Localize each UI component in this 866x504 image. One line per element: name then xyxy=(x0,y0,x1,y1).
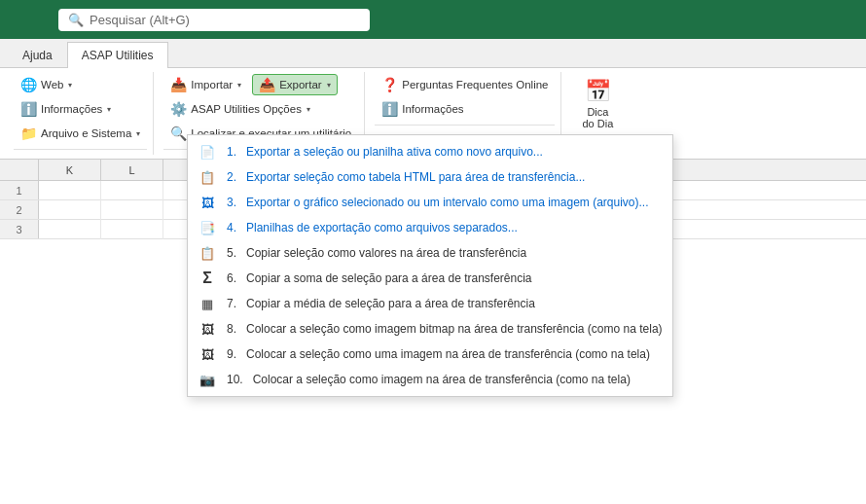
cell-k1[interactable] xyxy=(39,181,101,200)
row-num-header xyxy=(0,160,39,180)
item8-icon: 🖼 xyxy=(198,321,217,337)
arquivo-icon: 📁 xyxy=(20,126,37,141)
search-icon: 🔍 xyxy=(68,13,84,27)
item9-number: 9. xyxy=(227,347,236,361)
informacoes-label: Informações xyxy=(41,103,102,115)
item6-number: 6. xyxy=(227,271,236,285)
informacoes-button[interactable]: ℹ️ Informações ▾ xyxy=(14,98,118,120)
row-number: 1 xyxy=(0,181,39,199)
item5-number: 5. xyxy=(227,246,236,260)
top-bar: 🔍 Pesquisar (Alt+G) xyxy=(0,0,866,39)
arquivo-caret: ▾ xyxy=(136,129,140,138)
arquivo-label: Arquivo e Sistema xyxy=(41,127,131,139)
tab-ajuda[interactable]: Ajuda xyxy=(8,42,67,68)
asap-opcoes-caret: ▾ xyxy=(307,105,310,114)
cell-l1[interactable] xyxy=(101,181,163,200)
dropdown-item-10[interactable]: 📷 10. Colocar a seleção como imagem na á… xyxy=(188,367,672,392)
item4-label: Planilhas de exportação como arquivos se… xyxy=(246,221,518,234)
asap-opcoes-label: ASAP Utilities Opções xyxy=(191,103,302,115)
item2-label: Exportar seleção como tabela HTML para á… xyxy=(246,170,585,184)
informacoes2-icon: ℹ️ xyxy=(381,101,398,117)
asap-opcoes-button[interactable]: ⚙️ ASAP Utilities Opções ▾ xyxy=(163,98,317,120)
dropdown-item-4[interactable]: 📑 4. Planilhas de exportação como arquiv… xyxy=(188,215,672,240)
dropdown-item-5[interactable]: 📋 5. Copiar seleção como valores na área… xyxy=(188,240,672,266)
item9-label: Colocar a seleção como uma imagem na áre… xyxy=(246,347,650,361)
item6-label: Copiar a soma de seleção para a área de … xyxy=(246,271,532,285)
dropdown-item-7[interactable]: ▦ 7. Copiar a média de seleção para a ár… xyxy=(188,291,672,316)
row-number: 3 xyxy=(0,220,39,238)
dica-line2: do Dia xyxy=(582,118,613,129)
item5-icon: 📋 xyxy=(198,245,217,261)
cell-l2[interactable] xyxy=(101,200,163,220)
ribbon-group-web: 🌐 Web ▾ ℹ️ Informações ▾ 📁 Arquivo e Sis… xyxy=(8,72,154,155)
item3-icon: 🖼 xyxy=(198,195,217,210)
web-icon: 🌐 xyxy=(20,77,37,92)
dropdown-item-3[interactable]: 🖼 3. Exportar o gráfico selecionado ou u… xyxy=(188,190,672,215)
dropdown-item-8[interactable]: 🖼 8. Colocar a seleção como imagem bitma… xyxy=(188,316,672,342)
item7-label: Copiar a média de seleção para a área de… xyxy=(246,297,535,310)
tab-asap[interactable]: ASAP Utilities xyxy=(67,42,168,68)
dropdown-item-1[interactable]: 📄 1. Exportar a seleção ou planilha ativ… xyxy=(188,139,672,164)
informacoes2-label: Informações xyxy=(402,103,463,115)
exportar-label: Exportar xyxy=(279,79,321,90)
item7-icon: ▦ xyxy=(198,296,217,311)
dica-line1: Dica xyxy=(587,106,608,118)
col-header-k: K xyxy=(39,160,101,181)
item3-number: 3. xyxy=(227,196,236,209)
web-label: Web xyxy=(41,79,63,90)
dropdown-item-6[interactable]: Σ 6. Copiar a soma de seleção para a áre… xyxy=(188,266,672,291)
web-group-label xyxy=(14,149,147,152)
tab-bar: Ajuda ASAP Utilities xyxy=(0,39,866,68)
item7-number: 7. xyxy=(227,297,236,310)
item4-number: 4. xyxy=(227,221,236,234)
importar-button[interactable]: 📥 Importar ▾ xyxy=(163,74,248,95)
item6-icon: Σ xyxy=(198,270,217,286)
item10-icon: 📷 xyxy=(198,372,217,387)
importar-icon: 📥 xyxy=(170,77,187,92)
item8-label: Colocar a seleção como imagem bitmap na … xyxy=(246,322,663,336)
item8-number: 8. xyxy=(227,322,236,336)
perguntas-icon: ❓ xyxy=(381,77,398,92)
help-group-label xyxy=(375,125,555,127)
search-box[interactable]: 🔍 Pesquisar (Alt+G) xyxy=(58,9,370,31)
item1-icon: 📄 xyxy=(198,144,217,160)
importar-caret: ▾ xyxy=(237,81,241,90)
item10-number: 10. xyxy=(227,373,243,386)
dica-icon: 📅 xyxy=(585,79,611,104)
web-button[interactable]: 🌐 Web ▾ xyxy=(14,74,79,95)
item3-label: Exportar o gráfico selecionado ou um int… xyxy=(246,196,649,209)
informacoes2-button[interactable]: ℹ️ Informações xyxy=(375,98,470,120)
dropdown-item-2[interactable]: 📋 2. Exportar seleção como tabela HTML p… xyxy=(188,164,672,190)
web-caret: ▾ xyxy=(68,81,72,90)
item4-icon: 📑 xyxy=(198,220,217,235)
perguntas-button[interactable]: ❓ Perguntas Frequentes Online xyxy=(375,74,555,95)
item10-label: Colocar a seleção como imagem na área de… xyxy=(253,373,631,386)
exportar-button[interactable]: 📤 Exportar ▾ xyxy=(252,74,337,95)
row-number: 2 xyxy=(0,200,39,219)
item5-label: Copiar seleção como valores na área de t… xyxy=(246,246,526,260)
exportar-icon: 📤 xyxy=(259,77,275,92)
export-dropdown-menu: 📄 1. Exportar a seleção ou planilha ativ… xyxy=(187,134,673,397)
cell-l3[interactable] xyxy=(101,220,163,239)
item1-label: Exportar a seleção ou planilha ativa com… xyxy=(246,145,543,159)
item1-number: 1. xyxy=(227,145,236,159)
col-header-l: L xyxy=(101,160,163,181)
arquivo-button[interactable]: 📁 Arquivo e Sistema ▾ xyxy=(14,123,147,144)
importar-label: Importar xyxy=(191,79,233,90)
item9-icon: 🖼 xyxy=(198,346,217,362)
item2-number: 2. xyxy=(227,170,236,184)
cell-k2[interactable] xyxy=(39,200,101,220)
info-icon: ℹ️ xyxy=(20,101,37,117)
localizar-icon: 🔍 xyxy=(170,126,187,141)
item2-icon: 📋 xyxy=(198,169,217,185)
info-caret: ▾ xyxy=(107,105,111,114)
search-placeholder: Pesquisar (Alt+G) xyxy=(90,13,360,27)
perguntas-label: Perguntas Frequentes Online xyxy=(402,79,548,90)
dropdown-item-9[interactable]: 🖼 9. Colocar a seleção como uma imagem n… xyxy=(188,342,672,367)
cell-k3[interactable] xyxy=(39,220,101,239)
asap-opcoes-icon: ⚙️ xyxy=(170,101,187,117)
exportar-caret: ▾ xyxy=(327,81,331,90)
dica-button[interactable]: 📅 Dica do Dia xyxy=(571,74,624,134)
